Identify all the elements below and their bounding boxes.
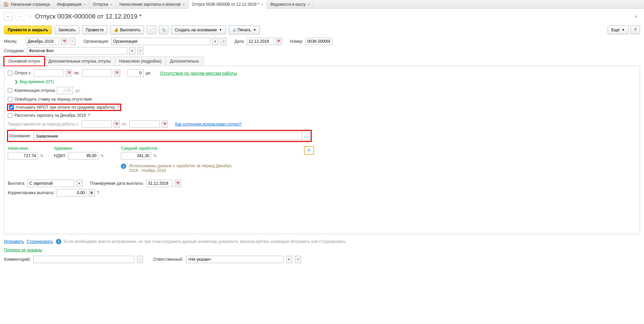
org-input[interactable] (111, 38, 210, 45)
reverse-link[interactable]: Сторнировать (27, 239, 53, 244)
vacation-from-input[interactable] (34, 69, 64, 77)
chevron-down-icon[interactable]: ▾ (212, 38, 218, 45)
mrot-checkbox[interactable] (9, 105, 14, 110)
open-icon[interactable]: ↗ (221, 38, 227, 45)
main-tab-content: Отпуск с: 📅 по: 📅 дн. Отсутствия по друг… (4, 66, 640, 234)
planned-date-input[interactable] (146, 180, 173, 187)
ellipsis-icon[interactable]: … (302, 132, 309, 140)
close-icon[interactable]: × (261, 2, 263, 6)
subtab-calculated[interactable]: Начислено (подробно) (115, 57, 166, 66)
employee-input[interactable] (27, 47, 127, 55)
calendar-icon[interactable]: 📅 (114, 69, 120, 77)
close-page-icon[interactable]: × (635, 14, 637, 19)
calendar-icon[interactable]: 📅 (66, 69, 72, 77)
document-icon-button[interactable]: 📄 (147, 26, 156, 34)
info-text: Использованы данные о заработке за перио… (129, 164, 233, 173)
calendar-icon[interactable]: 📅 (61, 38, 67, 45)
expand-icon[interactable]: ❯ (14, 79, 18, 84)
comment-input[interactable] (33, 256, 134, 263)
close-icon[interactable]: × (84, 2, 86, 6)
toolbar: Провести и закрыть Записать Провести 💰Вы… (0, 24, 644, 36)
attachment-button[interactable]: 📎 (159, 26, 168, 34)
fix-link[interactable]: Исправить (4, 239, 24, 244)
save-button[interactable]: Записать (55, 26, 79, 34)
subtab-main-vacation[interactable]: Основной отпуск (4, 57, 44, 66)
help-icon[interactable]: ? (97, 190, 99, 195)
time-type-link[interactable]: Вид времени (ОТ) (20, 79, 54, 84)
titlebar: ← → ☆ Отпуск 00ЗК-000008 от 12.12.2019 *… (0, 9, 644, 24)
ndfl-input[interactable] (68, 152, 98, 159)
payment-input[interactable] (27, 180, 74, 187)
calendar-icon[interactable]: 📅 (175, 180, 181, 187)
chevron-down-icon[interactable]: ▾ (76, 180, 82, 187)
how-used-link[interactable]: Как сотрудник использовал отпуск? (175, 122, 242, 127)
open-icon[interactable]: ↗ (295, 256, 301, 263)
vacation-checkbox[interactable] (8, 71, 12, 75)
free-rate-checkbox[interactable] (8, 97, 12, 102)
correction-input[interactable] (57, 189, 87, 196)
stepper-icon[interactable]: ÷ (69, 38, 75, 45)
chevron-down-icon[interactable]: ▾ (286, 256, 292, 263)
tab-info[interactable]: Информация× (54, 0, 90, 8)
nav-forward-button[interactable]: → (15, 12, 24, 21)
compensation-checkbox[interactable] (8, 88, 12, 93)
help-button[interactable]: ? (631, 26, 640, 34)
signatures-link[interactable]: Подписи не указаны (4, 248, 42, 252)
more-button[interactable]: Еще▼ (608, 26, 629, 34)
calc-salary-checkbox[interactable] (8, 113, 12, 118)
number-input (305, 38, 332, 45)
post-and-close-button[interactable]: Провести и закрыть (4, 26, 52, 34)
org-label: Организация: (83, 39, 109, 44)
mrot-label: Учитывать МРОТ при оплате по среднему за… (16, 105, 115, 110)
post-button[interactable]: Провести (82, 26, 107, 34)
close-icon[interactable]: × (182, 2, 184, 6)
compensation-input[interactable] (57, 87, 73, 94)
period-from-input[interactable] (81, 120, 112, 128)
calendar-icon[interactable]: 📅 (114, 120, 120, 128)
accrued-input[interactable] (8, 152, 38, 159)
days-input[interactable] (128, 69, 144, 77)
chevron-down-icon[interactable]: ▾ (129, 47, 135, 55)
help-icon[interactable]: ? (88, 113, 90, 118)
calculator-icon[interactable]: 🖩 (89, 189, 95, 196)
favorite-icon[interactable]: ☆ (27, 13, 32, 20)
pencil-icon[interactable]: ✎ (153, 153, 157, 158)
date-input[interactable] (247, 38, 274, 45)
close-icon[interactable]: × (110, 2, 112, 6)
tab-current-vacation[interactable]: Отпуск 00ЗК-000008 от 12.12.2019 *× (189, 0, 267, 9)
responsible-input[interactable] (186, 256, 283, 263)
print-button[interactable]: 🖨Печать▼ (229, 26, 260, 34)
ellipsis-icon[interactable]: … (137, 256, 143, 263)
basis-input[interactable] (34, 132, 302, 140)
create-based-button[interactable]: Создать на основании▼ (171, 26, 226, 34)
absence-link[interactable]: Отсутствия по другим местам работы (160, 71, 237, 76)
tab-payroll[interactable]: Начисление зарплаты и взносов× (116, 0, 189, 8)
calendar-icon[interactable]: 📅 (162, 120, 168, 128)
open-icon[interactable]: ↗ (137, 47, 143, 55)
document-icon: 📄 (149, 28, 154, 32)
pay-button[interactable]: 💰Выплатить (110, 26, 144, 34)
period-label: Предоставляется за период работы с: (8, 122, 79, 127)
tab-cash-statements[interactable]: Ведомости в кассу× (267, 0, 313, 8)
subtab-additional[interactable]: Дополнительные отпуска, отгулы (44, 57, 115, 66)
withheld-header: Удержано (54, 146, 104, 151)
planned-date-label: Планируемая дата выплаты: (90, 181, 144, 186)
tab-vacations[interactable]: Отпуска× (90, 0, 116, 8)
paperclip-icon: 📎 (161, 28, 166, 32)
tab-home[interactable]: 🏠Начальная страница (0, 0, 54, 8)
period-to-input[interactable] (129, 120, 160, 128)
close-icon[interactable]: × (308, 2, 310, 6)
calc-salary-label: Рассчитать зарплату за Декабрь 2019 (14, 113, 86, 118)
calendar-icon[interactable]: 📅 (276, 38, 282, 45)
help-icon[interactable]: ? (117, 105, 120, 110)
month-input[interactable] (26, 38, 59, 45)
refresh-button[interactable]: ⟳ (304, 146, 314, 155)
pencil-icon[interactable]: ✎ (100, 153, 104, 158)
pencil-icon[interactable]: ✎ (40, 153, 44, 158)
subtab-extra[interactable]: Дополнительно (166, 57, 203, 66)
vacation-to-input[interactable] (82, 69, 112, 77)
info-icon: i (121, 164, 126, 169)
nav-back-button[interactable]: ← (4, 12, 13, 21)
period-po-label: по: (122, 122, 128, 127)
avg-input[interactable] (121, 152, 151, 159)
